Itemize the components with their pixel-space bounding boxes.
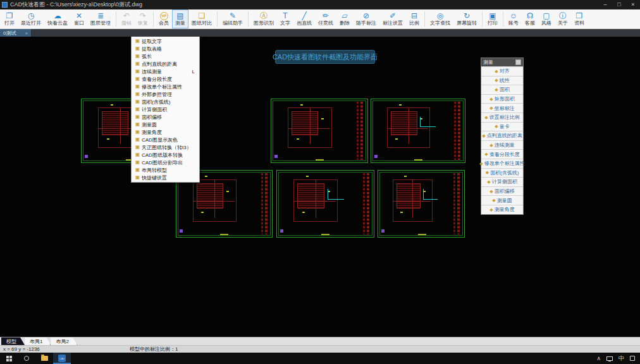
menu-item-gray-display[interactable]: ▣CAD图显示灰色	[132, 136, 199, 143]
toolbar-button-layer-manager[interactable]: ≣图层管理	[87, 9, 114, 28]
panel-item-continuous-measure[interactable]: ◆连续测量	[481, 140, 523, 150]
panel-collapse-button[interactable]	[515, 59, 521, 65]
menu-item-version-convert[interactable]: ▣CAD图纸版本转换	[132, 151, 199, 159]
panel-item-measure-angle[interactable]: ◆测量角度	[481, 205, 523, 214]
taskbar-search-button[interactable]	[18, 353, 35, 364]
toolbar-button-text-search[interactable]: ◎文字查找	[427, 9, 453, 28]
toolbar-button-delete-eraser[interactable]: ▱删除	[336, 9, 353, 28]
toolbar-button-window[interactable]: ✕窗口	[71, 9, 87, 28]
drawing-canvas[interactable]: CAD快速看图软件截图及功能界面 ▣提取文字▣提取表格▣弧长▣点到直线的距离▣连…	[0, 37, 640, 337]
toolbar-button-scale[interactable]: ⊟比例	[406, 9, 422, 28]
sheet-tab-model[interactable]: 模型	[1, 337, 25, 345]
draw-line-icon: ╱	[302, 12, 306, 20]
panel-item-measure-circle[interactable]: ◆测量圆	[481, 195, 523, 205]
toolbar-button-print[interactable]: ▣打印	[484, 9, 501, 28]
panel-item-modify-annotation[interactable]: ◆修改单个标注属性	[481, 159, 523, 168]
toolbar-button-about[interactable]: ⓘ关于	[555, 9, 571, 28]
segment-length-icon: ▣	[133, 75, 142, 83]
toolbar-button-docs[interactable]: ❒资料	[571, 9, 588, 28]
notification-icon[interactable]	[630, 356, 635, 361]
toolbar-button-measure[interactable]: ▤测量	[172, 9, 188, 28]
menu-item-measure-angle[interactable]: ▣测量角度	[132, 128, 199, 136]
panel-item-linear[interactable]: ◆线性	[481, 76, 523, 85]
toolbar-button-account[interactable]: ☺账号	[505, 9, 522, 28]
toolbar-button-quick-annotation[interactable]: ⊘随手标注	[353, 9, 379, 28]
toolbar-button-recent-open[interactable]: ◷最近打开	[18, 9, 44, 28]
menu-item-side-area[interactable]: ▣计算侧面积	[132, 106, 199, 113]
about-icon: ⓘ	[559, 12, 567, 20]
plan-dimension-mark	[400, 212, 403, 213]
panel-item-measure-card[interactable]: ◆量卡	[481, 122, 523, 131]
toolbar-button-drawing-compare[interactable]: ❏图纸对比	[188, 9, 215, 28]
menu-item-extract-table[interactable]: ▣提取表格	[132, 45, 199, 52]
toolbar-button-annotation-settings[interactable]: ✐标注设置	[379, 9, 406, 28]
network-icon[interactable]	[606, 356, 613, 361]
toolbar-separator	[217, 11, 218, 27]
panel-item-segment-length[interactable]: ◆查看分段长度	[481, 149, 523, 159]
minimize-button[interactable]: –	[598, 0, 612, 9]
toolbar-button-draw-line[interactable]: ╱画直线	[293, 9, 315, 28]
toolbar-button-edit-assistant[interactable]: ✎编辑助手	[219, 9, 246, 28]
area-icon: ◆	[495, 87, 498, 92]
floor-plan-thumbnail[interactable]	[276, 170, 374, 238]
panel-item-coordinate-annotation[interactable]: ◆坐标标注	[481, 103, 523, 112]
toolbar-button-redo: ↷恢复	[135, 9, 151, 28]
panel-item-area-offset[interactable]: ◆面积偏移	[481, 186, 523, 196]
tray-expand-icon[interactable]: ∧	[596, 355, 601, 361]
annotation-scale-label: 模型中的标注比例：1	[130, 346, 178, 353]
plan-wall-line	[387, 128, 428, 129]
menu-item-area-offset[interactable]: ▣面积偏移	[132, 113, 199, 121]
menu-item-point-to-line-distance[interactable]: ▣点到直线的距离	[132, 60, 199, 68]
menu-item-xref-manager[interactable]: ▣外部参照管理	[132, 90, 199, 98]
taskbar-cad-app-button[interactable]: CAD	[53, 353, 71, 364]
panel-item-point-to-line-distance[interactable]: ◆点到直线的距离	[481, 131, 523, 140]
toolbar-button-vip-member[interactable]: VIP会员	[156, 9, 172, 28]
close-button[interactable]: ×	[626, 0, 640, 9]
panel-item-area-with-arc[interactable]: ◆面积(含弧线)	[481, 168, 523, 178]
menu-item-measure-circle[interactable]: ▣测量圆	[132, 121, 199, 128]
toolbar-button-label: 会员	[159, 20, 169, 26]
extract-table-icon: ▣	[133, 45, 142, 52]
toolbar-button-screen-rotate[interactable]: ↻屏幕旋转	[453, 9, 480, 28]
plan-title-strip	[458, 102, 460, 160]
input-method-indicator[interactable]: 中	[618, 355, 624, 361]
maximize-button[interactable]: □	[612, 0, 626, 9]
menu-item-tianzheng-convert[interactable]: ▣天正图纸转换（转t3）	[132, 143, 199, 151]
menu-item-split-export[interactable]: ▣CAD图纸分割导出	[132, 159, 199, 166]
panel-item-align[interactable]: ◆对齐	[481, 66, 523, 76]
tab-close-icon[interactable]: ×	[25, 30, 28, 36]
toolbar-button-shape-recognition[interactable]: Ⓐ图形识别	[250, 9, 277, 28]
toolbar-button-label: 恢复	[138, 20, 148, 26]
taskbar-file-explorer-button[interactable]	[35, 353, 53, 364]
menu-item-area-with-arc[interactable]: ▣面积(含弧线)	[132, 98, 199, 106]
menu-item-extract-text[interactable]: ▣提取文字	[132, 37, 199, 45]
menu-item-layout-to-model[interactable]: ▣布局转模型	[132, 166, 199, 174]
menu-item-segment-length[interactable]: ▣查看分段长度	[132, 75, 199, 83]
floor-plan-thumbnail[interactable]	[271, 99, 368, 163]
document-tab[interactable]: 0测试×	[0, 29, 32, 37]
toolbar-button-style[interactable]: ▢风格	[538, 9, 555, 28]
taskbar-start-button[interactable]	[0, 353, 18, 364]
toolbar-button-free-line[interactable]: ✏任意线	[315, 9, 336, 28]
menu-item-modify-annotation[interactable]: ▣修改单个标注属性	[132, 83, 199, 90]
panel-item-rect-area[interactable]: ◆矩形面积	[481, 94, 523, 104]
toolbar-button-customer-service[interactable]: ☊客服	[522, 9, 538, 28]
panel-item-set-annotation-scale[interactable]: ◆设置标注比例	[481, 112, 523, 122]
plan-hatch	[391, 111, 417, 135]
sheet-tab-layout1[interactable]: 布局1	[25, 337, 51, 345]
panel-item-side-area[interactable]: ◆计算侧面积	[481, 177, 523, 186]
sheet-tab-layout2[interactable]: 布局2	[51, 337, 77, 345]
toolbar-button-cloud-disk[interactable]: ☁快看云盘	[44, 9, 71, 28]
panel-item-label: 计算侧面积	[492, 178, 517, 185]
panel-item-label: 测量角度	[495, 206, 515, 213]
toolbar-button-text[interactable]: T文字	[277, 9, 293, 28]
menu-item-continuous-measure[interactable]: ▣连续测量L	[132, 68, 199, 75]
modify-annotation-icon: ◆	[479, 161, 483, 166]
plan-wall-line	[393, 201, 431, 202]
toolbar-button-open-folder[interactable]: ❐打开	[1, 9, 18, 28]
floor-plan-thumbnail[interactable]	[371, 99, 465, 163]
menu-item-hotkey-settings[interactable]: ▣快捷键设置	[132, 174, 199, 181]
panel-item-area[interactable]: ◆面积	[481, 85, 523, 94]
floor-plan-thumbnail[interactable]	[378, 170, 465, 238]
menu-item-arc-length[interactable]: ▣弧长	[132, 52, 199, 60]
